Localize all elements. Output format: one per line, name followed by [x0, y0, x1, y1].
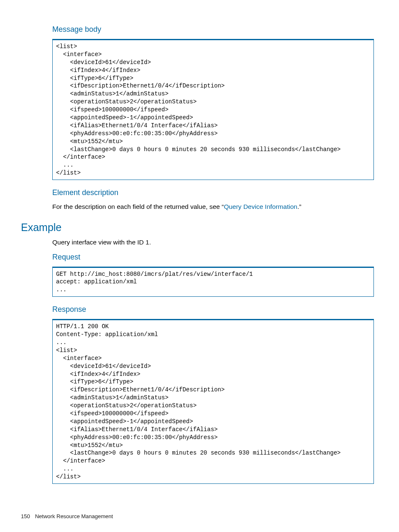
heading-message-body: Message body: [52, 25, 374, 34]
link-query-device-information[interactable]: Query Device Information: [224, 203, 297, 210]
heading-element-description: Element description: [52, 188, 374, 197]
code-response: HTTP/1.1 200 OK Content-Type: applicatio…: [52, 319, 374, 484]
element-description-text: For the description on each field of the…: [52, 202, 374, 211]
heading-example: Example: [21, 221, 374, 234]
chapter-title: Network Resource Management: [35, 513, 113, 519]
element-description-suffix: .”: [297, 203, 301, 210]
example-intro: Query interface view with the ID 1.: [52, 238, 374, 247]
element-description-prefix: For the description on each field of the…: [52, 203, 224, 210]
heading-request: Request: [52, 253, 374, 262]
code-message-body: <list> <interface> <deviceId>61</deviceI…: [52, 39, 374, 180]
code-request: GET http://imc_host:8080/imcrs/plat/res/…: [52, 267, 374, 297]
page-footer: 150Network Resource Management: [21, 513, 113, 519]
heading-response: Response: [52, 305, 374, 314]
page-number: 150: [21, 513, 30, 519]
